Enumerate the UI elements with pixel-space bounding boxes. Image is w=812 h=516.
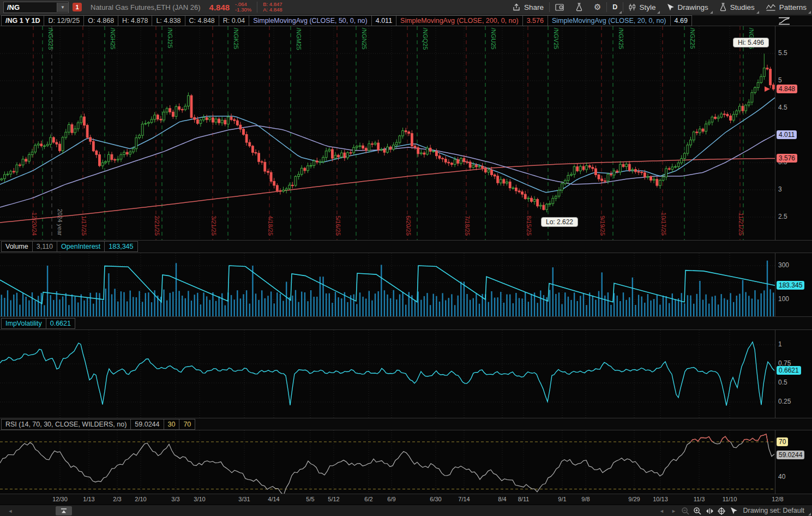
timeframe-button[interactable]: D xyxy=(607,0,623,15)
left-arrow-icon: ◄ xyxy=(8,508,13,514)
symbol-value[interactable]: /NG xyxy=(4,3,57,11)
drawing-set-selector[interactable]: Drawing set: Default xyxy=(739,505,812,516)
pan-left-button[interactable]: ◄ xyxy=(655,506,667,516)
chart-maximize-icon[interactable] xyxy=(777,16,791,26)
date-axis[interactable]: 12/301/132/32/103/33/103/314/145/55/126/… xyxy=(0,494,812,505)
dropdown-caret-icon xyxy=(657,11,660,14)
pointer-mode-button[interactable] xyxy=(727,506,739,516)
svg-text:/NGV25: /NGV25 xyxy=(553,28,560,49)
high-marker-tooltip: Hi: 5.496 xyxy=(733,38,769,47)
rsi-chart-panel[interactable] xyxy=(0,430,775,494)
instrument-title: Natural Gas Futures,ETH (JAN 26) xyxy=(91,3,201,11)
settings-button[interactable]: ⚙ xyxy=(588,0,606,15)
svg-text:6/20/25: 6/20/25 xyxy=(405,215,412,236)
analyze-button[interactable] xyxy=(570,0,588,15)
price-badge: 3.576 xyxy=(777,154,797,163)
svg-text:/NGQ25: /NGQ25 xyxy=(422,28,429,50)
drawings-button[interactable]: Drawings xyxy=(661,0,713,15)
date-tick-label: 6/9 xyxy=(387,496,395,502)
collapse-panel-button[interactable] xyxy=(56,506,72,515)
pan-right-button[interactable]: ► xyxy=(667,506,679,516)
impvol-label[interactable]: ImpVolatility xyxy=(1,318,46,329)
style-button[interactable]: Style xyxy=(623,0,661,15)
price-axis-label: 5 xyxy=(778,76,782,84)
date-tick-label: 5/12 xyxy=(328,496,339,502)
date-tick-label: 7/14 xyxy=(458,496,470,502)
scroll-left-button[interactable]: ◄ xyxy=(4,506,16,516)
studies-button[interactable]: Studies xyxy=(714,0,760,15)
top-toolbar: /NG ▼ 1 Natural Gas Futures,ETH (JAN 26)… xyxy=(0,0,812,15)
fit-width-button[interactable] xyxy=(703,506,715,516)
share-button[interactable]: Share xyxy=(507,0,549,15)
zoom-out-button[interactable] xyxy=(679,506,691,516)
alert-count-badge[interactable]: 1 xyxy=(73,3,82,11)
study-sma50-label[interactable]: SimpleMovingAvg (CLOSE, 50, 0, no) xyxy=(249,15,372,26)
date-tick-label: 8/4 xyxy=(498,496,506,502)
rsi-overbought-value: 70 xyxy=(179,419,195,430)
dropdown-caret-icon xyxy=(756,11,759,14)
symbol-input[interactable]: /NG ▼ xyxy=(3,2,69,13)
price-axis-label: 3 xyxy=(778,185,782,193)
date-tick-label: 4/14 xyxy=(268,496,279,502)
date-tick-label: 1/13 xyxy=(83,496,94,502)
date-tick-label: 10/13 xyxy=(653,496,668,502)
price-chart-panel[interactable]: 2024 year/NGG25/NGH25/NGJ25/NGK25/NGM25/… xyxy=(0,26,775,240)
symbol-dropdown-button[interactable]: ▼ xyxy=(57,3,68,12)
svg-text:2/21/25: 2/21/25 xyxy=(154,215,160,236)
rsi-oversold-value: 30 xyxy=(164,419,180,430)
date-tick-label: 11/3 xyxy=(694,496,705,502)
price-axis[interactable]: 5.554.543.532.54.8484.0113.576 xyxy=(775,26,812,240)
impvol-axis[interactable]: 10.750.50.250.6621 xyxy=(775,330,812,418)
volume-chart-panel[interactable] xyxy=(0,253,775,316)
price-axis-label: 2.5 xyxy=(778,213,787,220)
volume-value: 3,110 xyxy=(32,241,57,252)
ohlc-close: C: 4.848 xyxy=(185,15,219,26)
rsi-badge: 59.0244 xyxy=(777,451,804,459)
date-tick-label: 9/8 xyxy=(581,496,590,502)
reports-icon xyxy=(555,3,564,11)
left-arrow-icon: ◄ xyxy=(659,508,664,514)
rsi-axis[interactable]: 407059.0244 xyxy=(775,430,812,494)
study-sma200-label[interactable]: SimpleMovingAvg (CLOSE, 200, 0, no) xyxy=(396,15,523,26)
svg-text:/NGZ25: /NGZ25 xyxy=(689,28,696,49)
price-badge: 4.011 xyxy=(777,130,797,139)
impvol-header-row: ImpVolatility 0.6621 xyxy=(0,316,812,330)
zoom-in-button[interactable] xyxy=(691,506,703,516)
date-tick-label: 12/8 xyxy=(772,496,783,502)
reports-button[interactable] xyxy=(550,0,570,15)
date-tick-label: 2/3 xyxy=(113,496,121,502)
share-icon xyxy=(512,3,521,11)
price-change-block: -.064 -1.30% xyxy=(235,2,251,13)
rsi-value: 59.0244 xyxy=(130,419,164,430)
patterns-button[interactable]: Patterns xyxy=(760,0,812,15)
volume-label[interactable]: Volume xyxy=(1,241,33,252)
dropdown-caret-icon xyxy=(808,513,811,515)
candlestick-style-icon xyxy=(629,3,636,11)
svg-text:/NGH25: /NGH25 xyxy=(110,28,116,50)
study-sma20-value: 4.69 xyxy=(670,15,692,26)
svg-text:/NGN25: /NGN25 xyxy=(361,28,368,50)
ohlc-range: R: 0.04 xyxy=(219,15,249,26)
impvol-chart-panel[interactable] xyxy=(0,330,775,418)
svg-text:9/19/25: 9/19/25 xyxy=(599,215,606,236)
open-interest-label[interactable]: OpenInterest xyxy=(57,241,105,252)
impvol-axis-label: 0.5 xyxy=(778,379,787,386)
price-change-pct: -1.30% xyxy=(235,7,251,13)
symbol-timeframe-label: /NG 1 Y 1D xyxy=(1,15,44,26)
volume-axis-label: 300 xyxy=(778,261,789,269)
cursor-icon xyxy=(730,507,737,515)
study-sma20-label[interactable]: SimpleMovingAvg (CLOSE, 20, 0, no) xyxy=(548,15,671,26)
rsi-label[interactable]: RSI (14, 70, 30, CLOSE, WILDERS, no) xyxy=(1,419,131,430)
rsi-badge: 70 xyxy=(777,437,788,446)
zoom-out-icon xyxy=(681,507,690,515)
impvol-value: 0.6621 xyxy=(46,318,75,329)
date-tick-label: 3/3 xyxy=(171,496,179,502)
volume-axis[interactable]: 300100183.345 xyxy=(775,253,812,316)
svg-text:/NGJ25: /NGJ25 xyxy=(167,28,173,48)
last-price: 4.848 xyxy=(209,3,230,12)
right-arrow-icon: ► xyxy=(671,508,676,514)
expand-horizontal-icon xyxy=(705,507,714,515)
crosshair-button[interactable] xyxy=(715,506,727,516)
date-tick-label: 9/1 xyxy=(558,496,566,502)
open-interest-badge: 183.345 xyxy=(777,281,804,290)
